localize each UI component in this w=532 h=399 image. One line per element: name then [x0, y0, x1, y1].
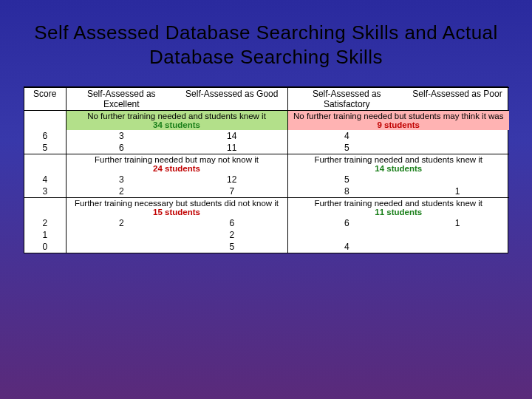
band-mid-left-msg: Further training needed but may not know… — [66, 155, 287, 164]
hdr-poor: Self-Assessed as Poor — [406, 88, 509, 111]
cell-3-pr: 1 — [406, 185, 509, 198]
band-mid-left: Further training needed but may not know… — [66, 154, 287, 174]
data-row-5: 5 6 11 5 — [24, 142, 509, 154]
band-bot-left-msg: Further training necessary but students … — [66, 199, 287, 208]
data-table: Score Self-Assessed as Excellent Self-As… — [24, 87, 509, 253]
score-0: 0 — [24, 241, 66, 253]
data-row-6: 6 3 14 4 — [24, 130, 509, 142]
band-mid-right-count: 14 students — [288, 164, 510, 173]
cell-2-sa: 6 — [287, 217, 406, 229]
cell-1-pr — [406, 229, 509, 241]
score-6: 6 — [24, 130, 66, 142]
cell-0-ex — [66, 241, 177, 253]
band-bot-left: Further training necessary but students … — [66, 198, 287, 218]
cell-3-gd: 7 — [177, 185, 287, 198]
band-mid: Further training needed but may not know… — [24, 154, 509, 174]
data-row-4: 4 3 12 5 — [24, 174, 509, 185]
cell-1-sa — [287, 229, 406, 241]
band-top: No further training needed and students … — [24, 111, 509, 131]
band-bot-left-count: 15 students — [66, 208, 287, 216]
cell-1-ex — [66, 229, 177, 241]
data-row-3: 3 2 7 8 1 — [24, 185, 509, 198]
score-3: 3 — [24, 185, 66, 198]
band-mid-right: Further training needed and students kne… — [287, 154, 509, 174]
score-5: 5 — [24, 142, 66, 154]
data-row-2: 2 2 6 6 1 — [24, 217, 509, 229]
cell-3-sa: 8 — [287, 185, 406, 198]
cell-6-pr — [406, 130, 509, 142]
cell-1-gd: 2 — [177, 229, 287, 241]
band-top-right-msg: No further training needed but students … — [288, 112, 510, 120]
band-top-right: No further training needed but students … — [287, 111, 509, 131]
header-row: Score Self-Assessed as Excellent Self-As… — [24, 88, 509, 111]
cell-3-ex: 2 — [66, 185, 177, 198]
cell-4-pr — [406, 174, 509, 185]
band-top-left-msg: No further training needed and students … — [66, 112, 287, 120]
band-mid-left-count: 24 students — [66, 164, 287, 173]
cell-5-sa: 5 — [287, 142, 406, 154]
band-bot-right: Further training needed and students kne… — [287, 198, 509, 218]
cell-2-gd: 6 — [177, 217, 287, 229]
cell-2-pr: 1 — [406, 217, 509, 229]
cell-6-sa: 4 — [287, 130, 406, 142]
band-top-left: No further training needed and students … — [66, 111, 287, 131]
hdr-satisfactory: Self-Assessed as Satisfactory — [287, 88, 406, 111]
band-bot-right-count: 11 students — [288, 208, 510, 216]
cell-5-ex: 6 — [66, 142, 177, 154]
cell-6-ex: 3 — [66, 130, 177, 142]
data-row-0: 0 5 4 — [24, 241, 509, 253]
cell-4-sa: 5 — [287, 174, 406, 185]
hdr-excellent: Self-Assessed as Excellent — [66, 88, 177, 111]
band-mid-right-msg: Further training needed and students kne… — [288, 155, 510, 164]
cell-6-gd: 14 — [177, 130, 287, 142]
score-2: 2 — [24, 217, 66, 229]
data-table-panel: Score Self-Assessed as Excellent Self-As… — [24, 86, 508, 253]
cell-4-gd: 12 — [177, 174, 287, 185]
cell-4-ex: 3 — [66, 174, 177, 185]
slide-title: Self Assessed Database Searching Skills … — [0, 0, 532, 79]
cell-0-gd: 5 — [177, 241, 287, 253]
score-4: 4 — [24, 174, 66, 185]
cell-0-sa: 4 — [287, 241, 406, 253]
data-row-1: 1 2 — [24, 229, 509, 241]
band-top-left-count: 34 students — [66, 120, 287, 129]
hdr-good: Self-Assessed as Good — [177, 88, 287, 111]
cell-5-pr — [406, 142, 509, 154]
cell-0-pr — [406, 241, 509, 253]
cell-5-gd: 11 — [177, 142, 287, 154]
band-top-right-count: 9 students — [288, 120, 510, 129]
band-bot: Further training necessary but students … — [24, 198, 509, 218]
band-bot-right-msg: Further training needed and students kne… — [288, 199, 510, 208]
hdr-score: Score — [24, 88, 66, 111]
cell-2-ex: 2 — [66, 217, 177, 229]
score-1: 1 — [24, 229, 66, 241]
